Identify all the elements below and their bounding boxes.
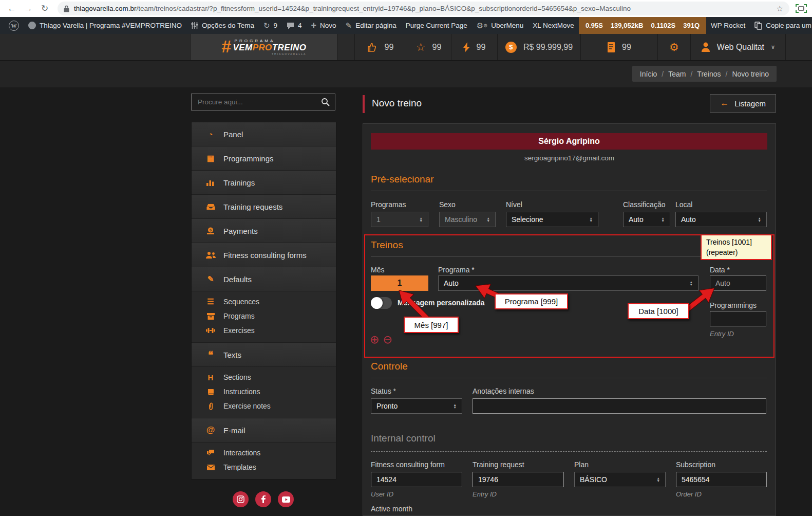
data-input[interactable]: Auto <box>710 275 766 291</box>
programas-label: Programas <box>371 200 406 209</box>
select-arrows-icon: ▲▼ <box>483 217 490 223</box>
breadcrumb-team[interactable]: Team <box>668 70 686 78</box>
purge-page-menu[interactable]: Purge Current Page <box>401 17 472 34</box>
wp-rocket-menu[interactable]: WP Rocket <box>706 17 750 34</box>
sidebar-item-interactions[interactable]: Interactions <box>192 446 336 460</box>
capture-icon[interactable] <box>796 4 807 13</box>
perf-query-time: 0.1102S <box>651 22 676 29</box>
energy-counter[interactable]: 99 <box>451 34 497 60</box>
fitness-form-input[interactable]: 14524 <box>371 472 462 487</box>
bookmark-star-icon[interactable]: ☆ <box>777 4 783 13</box>
sidebar-item-defaults[interactable]: ✎ Defaults <box>192 267 336 291</box>
training-request-label: Training request <box>473 460 524 469</box>
forward-icon[interactable]: → <box>22 2 35 15</box>
sidebar-item-email[interactable]: @ E-mail <box>192 418 336 443</box>
nivel-select[interactable]: Selecione ▲▼ <box>506 212 598 227</box>
comment-icon <box>287 22 294 29</box>
add-row-button[interactable]: ⊕ <box>370 334 379 345</box>
sidebar-item-texts[interactable]: ❝ Texts <box>192 343 336 367</box>
facebook-icon <box>261 495 266 503</box>
copy-draft-menu[interactable]: Copie para um novo rascunho <box>750 17 812 34</box>
likes-counter[interactable]: 99 <box>354 34 406 60</box>
new-content-menu[interactable]: + Novo <box>307 17 341 34</box>
site-name-menu[interactable]: Thiago Varella | Programa #VEMPROTREINO <box>24 17 186 34</box>
sidebar-item-training-requests[interactable]: Training requests <box>192 195 336 219</box>
sidebar-item-exercises[interactable]: Exercises <box>192 323 336 338</box>
subscription-label: Subscription <box>676 460 715 469</box>
sidebar-item-panel[interactable]: ◔ Panel <box>192 122 336 146</box>
documents-counter[interactable]: 99 <box>580 34 657 60</box>
user-name-label: Web Qualitat <box>717 43 764 52</box>
treinos-heading: Treinos <box>371 239 403 251</box>
updates-menu[interactable]: ↻ 9 <box>259 17 282 34</box>
programas-select[interactable]: 1 ▲▼ <box>371 212 428 227</box>
calendar-icon: ▦ <box>205 154 216 163</box>
remove-row-button[interactable]: ⊖ <box>383 334 392 345</box>
gears-icon: ⚙⚙ <box>477 21 488 30</box>
settings-button[interactable]: ⚙ <box>657 34 690 60</box>
subscription-input[interactable]: 5465654 <box>676 472 767 487</box>
sexo-select[interactable]: Masculino ▲▼ <box>439 212 496 227</box>
preselect-heading: Pré-selecionar <box>371 174 434 185</box>
page-title: Novo treino <box>372 98 422 109</box>
stars-counter[interactable]: ☆ 99 <box>406 34 451 60</box>
perf-queries: 391Q <box>683 22 700 29</box>
site-logo[interactable]: # PROGRAMA VEMPROTREINO THIAGOVARELLA <box>190 34 337 60</box>
mensagem-personalizada-toggle[interactable] <box>371 297 392 309</box>
wp-logo-menu[interactable]: W <box>4 17 24 34</box>
youtube-button[interactable] <box>278 491 294 507</box>
heading-icon: H <box>205 373 216 382</box>
sidebar-item-instructions[interactable]: Instructions <box>192 384 336 399</box>
training-request-input[interactable]: 19746 <box>473 472 564 487</box>
sidebar-item-templates[interactable]: Templates <box>192 460 336 474</box>
anotacoes-input[interactable] <box>473 398 766 414</box>
search-icon[interactable] <box>321 98 330 106</box>
money-counter[interactable]: $ R$ 99.999,99 <box>497 34 580 60</box>
perf-time: 0.95S <box>586 22 603 29</box>
refresh-icon[interactable]: ↻ <box>38 2 51 15</box>
status-select[interactable]: Pronto ▲▼ <box>371 398 462 414</box>
programmings-entry-input[interactable] <box>710 311 766 326</box>
breadcrumb-current: Novo treino <box>732 70 769 78</box>
document-icon <box>607 42 615 52</box>
breadcrumb-row: Início / Team / Treinos / Novo treino <box>0 61 812 87</box>
comments-menu[interactable]: 4 <box>282 17 307 34</box>
ubermenu-menu[interactable]: ⚙⚙ UberMenu <box>472 17 528 34</box>
sidebar-item-sections[interactable]: H Sections <box>192 370 336 384</box>
address-bar[interactable]: thiagovarella.com.br/team/treinos/cadast… <box>58 2 789 15</box>
social-links <box>190 491 336 507</box>
url-domain: thiagovarella.com.br <box>74 5 137 12</box>
back-icon[interactable]: ← <box>5 2 18 15</box>
quote-icon: ❝ <box>205 349 216 361</box>
sidebar-item-fitness-consulting-forms[interactable]: Fitness consulting forms <box>192 243 336 267</box>
breadcrumb-treinos[interactable]: Treinos <box>697 70 721 78</box>
dumbbell-icon <box>205 327 216 334</box>
chart-icon <box>205 179 216 186</box>
instagram-button[interactable] <box>233 491 249 507</box>
student-email: sergioagripino17@gmail.com <box>363 154 776 162</box>
facebook-button[interactable] <box>255 491 271 507</box>
sidebar-item-exercise-notes[interactable]: Exercise notes <box>192 399 336 413</box>
paperclip-icon <box>205 402 216 410</box>
breadcrumb-home[interactable]: Início <box>640 70 657 78</box>
sidebar-item-trainings[interactable]: Trainings <box>192 171 336 195</box>
local-select[interactable]: Auto ▲▼ <box>675 212 767 227</box>
sidebar-item-programs[interactable]: Programs <box>192 309 336 323</box>
sidebar-search[interactable] <box>191 94 335 110</box>
plan-select[interactable]: BÁSICO ▲▼ <box>574 472 666 487</box>
listagem-button[interactable]: ← Listagem <box>710 94 776 113</box>
sidebar-item-programmings[interactable]: ▦ Programmings <box>192 146 336 171</box>
back-arrow-icon: ← <box>720 98 729 108</box>
theme-options-menu[interactable]: Opções do Tema <box>186 17 259 34</box>
url-path: /team/treinos/cadastrar/?p_fitnessform_u… <box>137 5 631 12</box>
search-input[interactable] <box>197 98 321 106</box>
user-menu[interactable]: Web Qualitat ∨ <box>690 34 786 60</box>
energy-count: 99 <box>477 43 486 52</box>
plus-icon: + <box>311 20 317 31</box>
edit-page-menu[interactable]: ✎ Editar página <box>341 17 401 34</box>
xl-nextmove-menu[interactable]: XL NextMove <box>528 17 579 34</box>
classificacao-select[interactable]: Auto ▲▼ <box>623 212 670 227</box>
sidebar-group-texts: H Sections Instructions Exercise notes <box>192 367 336 418</box>
sidebar-item-sequences[interactable]: ☰ Sequences <box>192 294 336 309</box>
sidebar-item-payments[interactable]: $ Payments <box>192 219 336 243</box>
